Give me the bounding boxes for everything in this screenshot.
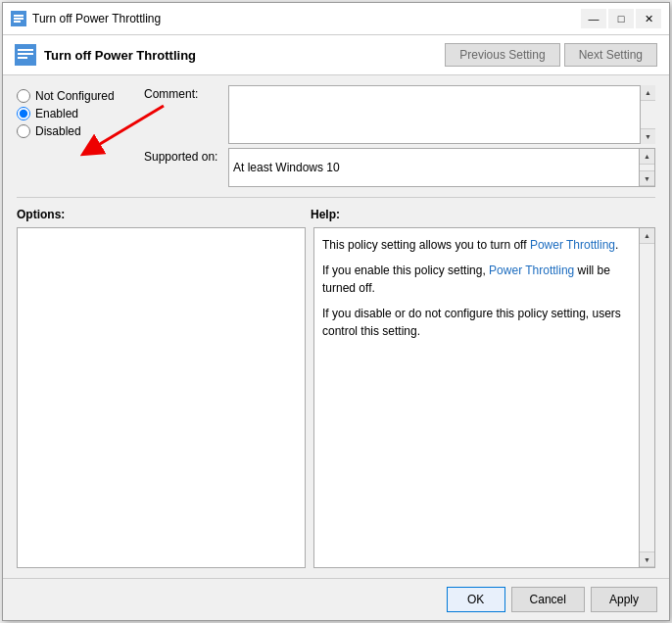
enabled-option[interactable]: Enabled — [17, 107, 134, 120]
minimize-button[interactable]: — — [581, 9, 606, 28]
help-text-2: If you enable this policy setting, Power… — [322, 262, 635, 297]
options-label: Options: — [17, 208, 311, 221]
right-section: Comment: ▲ ▼ Supported on: At least — [144, 85, 655, 187]
supported-label: Supported on: — [144, 148, 222, 164]
header-bar: Turn off Power Throttling Previous Setti… — [3, 35, 669, 75]
enabled-label: Enabled — [35, 107, 78, 120]
supported-row: Supported on: At least Windows 10 ▲ ▼ — [144, 148, 655, 187]
disabled-option[interactable]: Disabled — [17, 124, 134, 138]
policy-icon — [15, 44, 36, 66]
supported-value: At least Windows 10 — [229, 149, 639, 186]
svg-rect-5 — [18, 49, 33, 51]
radio-group-wrapper: Not Configured Enabled Disabled — [17, 85, 134, 187]
svg-rect-7 — [18, 57, 27, 59]
window-title: Turn off Power Throttling — [32, 12, 581, 25]
comment-scroll-up[interactable]: ▲ — [641, 85, 655, 101]
help-text-1: This policy setting allows you to turn o… — [322, 236, 635, 254]
not-configured-radio[interactable] — [17, 89, 30, 103]
comment-field-wrapper: ▲ ▼ — [228, 85, 655, 144]
highlight-1: Power Throttling — [530, 238, 615, 252]
title-bar: Turn off Power Throttling — □ ✕ — [3, 3, 669, 35]
nav-buttons: Previous Setting Next Setting — [445, 43, 657, 67]
divider — [17, 197, 655, 198]
svg-rect-6 — [18, 53, 33, 55]
comment-row: Comment: ▲ ▼ — [144, 85, 655, 144]
supported-field-wrapper: At least Windows 10 ▲ ▼ — [228, 148, 655, 187]
supported-scroll-up[interactable]: ▲ — [640, 149, 654, 165]
footer: OK Cancel Apply — [3, 578, 669, 620]
disabled-radio[interactable] — [17, 124, 30, 138]
svg-rect-3 — [14, 15, 24, 17]
ok-button[interactable]: OK — [447, 587, 505, 612]
svg-rect-2 — [14, 21, 21, 23]
help-panel-wrapper: This policy setting allows you to turn o… — [313, 227, 655, 568]
comment-scroll-track — [641, 101, 655, 128]
help-label: Help: — [311, 208, 655, 221]
disabled-label: Disabled — [35, 124, 81, 138]
help-text-3: If you disable or do not configure this … — [322, 305, 635, 340]
radio-group: Not Configured Enabled Disabled — [17, 85, 134, 138]
comment-textarea[interactable] — [228, 85, 655, 144]
help-scroll-track — [640, 244, 654, 551]
help-scroll-down[interactable]: ▼ — [640, 551, 654, 567]
highlight-2: Power Throttling — [489, 264, 574, 277]
panels-row: This policy setting allows you to turn o… — [17, 227, 655, 568]
not-configured-label: Not Configured — [35, 89, 115, 103]
maximize-button[interactable]: □ — [608, 9, 634, 28]
svg-rect-1 — [14, 18, 24, 20]
supported-scrollbar: ▲ ▼ — [639, 149, 654, 186]
top-section: Not Configured Enabled Disabled — [17, 85, 655, 187]
content-area: Not Configured Enabled Disabled — [3, 75, 669, 578]
dialog-title: Turn off Power Throttling — [44, 48, 437, 63]
help-scrollbar: ▲ ▼ — [639, 228, 654, 567]
close-button[interactable]: ✕ — [636, 9, 661, 28]
apply-button[interactable]: Apply — [591, 587, 657, 612]
comment-scroll-down[interactable]: ▼ — [641, 128, 655, 144]
supported-scroll-down[interactable]: ▼ — [640, 170, 654, 186]
help-panel: This policy setting allows you to turn o… — [314, 228, 639, 567]
next-setting-button[interactable]: Next Setting — [564, 43, 657, 67]
window-icon — [11, 11, 26, 26]
bottom-labels: Options: Help: — [17, 208, 655, 221]
previous-setting-button[interactable]: Previous Setting — [445, 43, 559, 67]
window-controls: — □ ✕ — [581, 9, 661, 28]
options-panel — [17, 227, 306, 568]
comment-label: Comment: — [144, 85, 222, 101]
not-configured-option[interactable]: Not Configured — [17, 89, 134, 103]
main-window: Turn off Power Throttling — □ ✕ Turn off… — [2, 2, 670, 621]
comment-scrollbar: ▲ ▼ — [640, 85, 655, 144]
cancel-button[interactable]: Cancel — [511, 587, 585, 612]
enabled-radio[interactable] — [17, 107, 30, 120]
help-scroll-up[interactable]: ▲ — [640, 228, 654, 244]
